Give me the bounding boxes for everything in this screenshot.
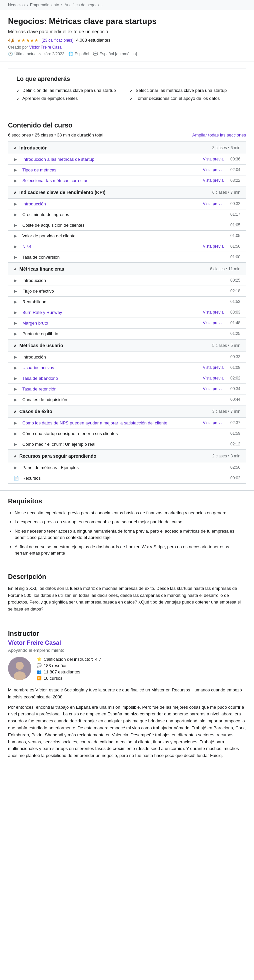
lesson-row: ▶ Tipos de métricas Vista previa 02:04	[8, 165, 246, 175]
breadcrumb-sep-1: ›	[27, 3, 28, 7]
instructor-section: Instructor Víctor Freire Casal Apoyando …	[0, 623, 254, 769]
lesson-duration: 00:44	[230, 397, 240, 402]
lesson-link[interactable]: Tasa de retención	[22, 387, 57, 391]
description-title: Descripción	[8, 573, 246, 581]
section-header[interactable]: ∧ Métricas financieras 6 clases • 11 min	[8, 262, 246, 275]
check-icon: ✓	[16, 97, 20, 101]
preview-link[interactable]: Vista previa	[203, 157, 223, 161]
expand-all-link[interactable]: Ampliar todas las secciones	[192, 132, 246, 137]
rating-value: 4,7	[95, 657, 101, 662]
language-item: 🌐 Español	[68, 52, 89, 56]
lesson-icon: ▶	[14, 310, 19, 315]
lesson-title: Seleccionar las métricas correctas	[22, 178, 199, 183]
lesson-title: Coste de adquisición de clientes	[22, 223, 227, 228]
lesson-row: ▶ Coste de adquisición de clientes 01:05	[8, 220, 246, 231]
lesson-duration: 01:05	[230, 223, 240, 228]
lesson-icon: ▶	[14, 376, 19, 381]
rating-number: 4,8	[8, 38, 14, 43]
stat-rating: ⭐ Calificación del instructor: 4,7	[37, 657, 101, 662]
lesson-duration: 03:03	[230, 310, 240, 315]
section-header[interactable]: ∧ Recursos para seguir aprendiendo 2 cla…	[8, 450, 246, 462]
preview-link[interactable]: Vista previa	[203, 178, 223, 183]
lesson-title: Tasa de abandono	[22, 376, 199, 381]
avatar	[8, 657, 31, 680]
preview-link[interactable]: Vista previa	[203, 310, 223, 315]
lesson-row: ▶ Valor de por vida del cliente 01:05	[8, 231, 246, 241]
lesson-duration: 00:33	[230, 355, 240, 359]
content-meta-text: 6 secciones • 25 clases • 38 min de dura…	[8, 132, 103, 137]
preview-link[interactable]: Vista previa	[203, 420, 223, 425]
lesson-link[interactable]: Tipos de métricas	[22, 167, 56, 172]
lesson-icon: ▶	[14, 289, 19, 294]
lesson-icon: ▶	[14, 178, 19, 183]
requirements-list: No se necesita experiencia previa pero s…	[8, 510, 246, 557]
requirements-title: Requisitos	[8, 497, 246, 505]
lesson-duration: 02:18	[230, 289, 240, 293]
lesson-duration: 01:53	[230, 299, 240, 304]
learn-section: Lo que aprenderás ✓Definición de las mét…	[8, 68, 246, 108]
lesson-duration: 01:05	[230, 233, 240, 238]
lesson-title-text: Coste de adquisición de clientes	[22, 223, 84, 228]
lesson-title: Tipos de métricas	[22, 167, 199, 172]
reviews: 183 reseñas	[44, 663, 68, 668]
lesson-title: Canales de adquisición	[22, 397, 227, 402]
students-icon: 👥	[37, 670, 42, 674]
lesson-link[interactable]: NPS	[22, 244, 31, 249]
chevron-icon: ∧	[14, 409, 17, 414]
section-header[interactable]: ∧ Introducción 3 clases • 6 min	[8, 142, 246, 154]
lesson-link[interactable]: Introducción	[22, 201, 46, 206]
instructor-name[interactable]: Víctor Freire Casal	[8, 640, 246, 646]
lesson-duration: 02:56	[230, 465, 240, 470]
preview-link[interactable]: Vista previa	[203, 365, 223, 370]
lesson-link[interactable]: Burn Rate y Runway	[22, 310, 62, 315]
instructor-name-link[interactable]: Víctor Freire Casal	[8, 640, 61, 646]
section-header[interactable]: ∧ Casos de éxito 3 clases • 7 min	[8, 405, 246, 418]
created-by: Creado por Víctor Freire Casal	[8, 45, 246, 49]
globe-icon: 🌐	[68, 52, 73, 56]
content-title: Contenido del curso	[8, 115, 246, 129]
section-title: Métricas de usuario	[19, 343, 63, 348]
lesson-title: Margen bruto	[22, 321, 199, 326]
language: Español	[75, 52, 89, 56]
lesson-duration: 01:48	[230, 321, 240, 325]
lesson-title: Flujo de efectivo	[22, 289, 227, 294]
lesson-link[interactable]: Margen bruto	[22, 321, 48, 326]
section-title: Casos de éxito	[19, 409, 52, 414]
preview-link[interactable]: Vista previa	[203, 387, 223, 391]
lesson-icon: ▶	[14, 442, 19, 447]
chevron-icon: ∧	[14, 454, 17, 458]
lesson-icon: ▶	[14, 420, 19, 425]
lesson-title-text: Tasa de conversión	[22, 255, 60, 259]
learn-grid: ✓Definición de las métricas clave para u…	[16, 88, 238, 101]
instructor-link[interactable]: Víctor Freire Casal	[29, 45, 62, 49]
breadcrumb: Negocios › Emprendimiento › Analítica de…	[0, 0, 254, 10]
requirement-item: No se necesita experiencia previa pero s…	[15, 510, 246, 516]
svg-point-1	[16, 662, 24, 670]
lesson-link[interactable]: Seleccionar las métricas correctas	[22, 178, 88, 183]
lesson-title-text: Crecimiento de ingresos	[22, 212, 69, 217]
lesson-row: ▶ Panel de métricas - Ejemplos 02:56	[8, 462, 246, 473]
check-icon: ✓	[130, 89, 133, 93]
preview-link[interactable]: Vista previa	[203, 376, 223, 380]
lesson-link[interactable]: Introducción a las métricas de startup	[22, 157, 94, 162]
created-by-label: Creado por	[8, 45, 28, 49]
preview-link[interactable]: Vista previa	[203, 321, 223, 325]
learn-item: ✓Seleccionar las métricas clave para una…	[130, 88, 238, 93]
preview-link[interactable]: Vista previa	[203, 167, 223, 172]
lesson-title: Tasa de conversión	[22, 255, 227, 259]
lesson-link[interactable]: Tasa de abandono	[22, 376, 58, 381]
preview-link[interactable]: Vista previa	[203, 201, 223, 206]
breadcrumb-emprendimiento[interactable]: Emprendimiento	[30, 3, 59, 7]
lesson-link[interactable]: Usuarios activos	[22, 365, 54, 370]
section-meta: 6 clases • 7 min	[212, 190, 240, 195]
rating-count[interactable]: (23 calificaciones)	[42, 38, 73, 43]
section-header[interactable]: ∧ Métricas de usuario 5 clases • 5 min	[8, 339, 246, 352]
lesson-title: Valor de por vida del cliente	[22, 233, 227, 238]
breadcrumb-analitica[interactable]: Analítica de negocios	[64, 3, 102, 7]
breadcrumb-negocios[interactable]: Negocios	[8, 3, 25, 7]
lesson-link[interactable]: Cómo los datos de NPS pueden ayudar a me…	[22, 420, 167, 425]
lesson-title: Burn Rate y Runway	[22, 310, 199, 315]
preview-link[interactable]: Vista previa	[203, 244, 223, 249]
lesson-title: Panel de métricas - Ejemplos	[22, 465, 227, 470]
section-header[interactable]: ∧ Indicadores clave de rendimiento (KPI)…	[8, 186, 246, 199]
